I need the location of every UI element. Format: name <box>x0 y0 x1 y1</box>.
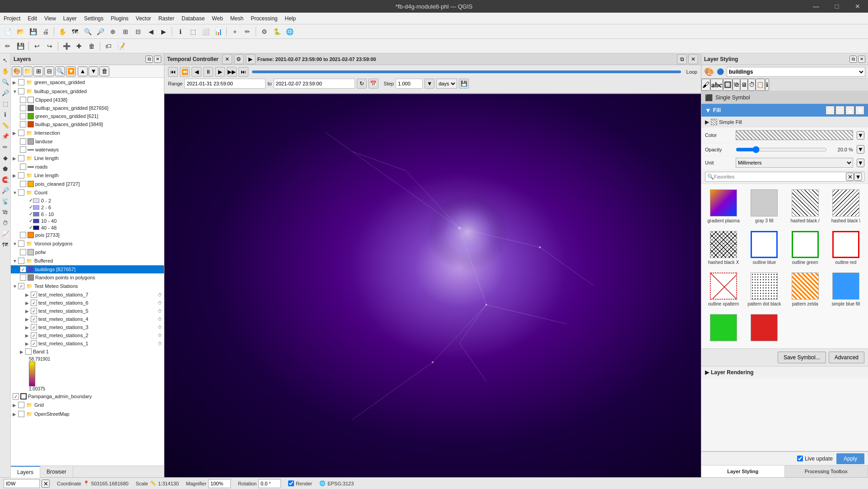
search-options-button[interactable]: ▼ <box>854 173 862 181</box>
layers-tab[interactable]: Layers <box>11 466 40 478</box>
symbol-gradient-plasma[interactable]: gradient plasma <box>705 188 742 226</box>
zoom-last-button[interactable]: ◀ <box>145 26 157 38</box>
layer-pois-2733[interactable]: pois [2733] <box>11 231 164 239</box>
symbol-hashed-x[interactable]: hashed black X <box>705 229 742 267</box>
layer-test-1[interactable]: ▶ ✓ test_meteo_stations_1 ⏱ <box>11 339 164 348</box>
step-back-button[interactable]: ⏪ <box>180 67 190 77</box>
zoom-in-icon[interactable]: 🔍 <box>0 77 10 87</box>
next-frame-button[interactable]: ▶▶ <box>227 67 237 77</box>
layer-test-6[interactable]: ▶ ✓ test_meteo_stations_6 ⏱ <box>11 299 164 307</box>
layer-group-intersection[interactable]: ▶ 📁 Intersection <box>11 128 164 137</box>
menu-view[interactable]: View <box>41 14 60 23</box>
rendering-button[interactable]: 🖥 <box>740 79 748 91</box>
masks-button[interactable]: 🔲 <box>723 79 733 91</box>
plugins-button[interactable]: 🌐 <box>284 26 295 38</box>
layer-checkbox[interactable] <box>18 88 24 94</box>
map-canvas-area[interactable] <box>164 94 701 477</box>
layer-checkbox[interactable]: ✓ <box>31 308 37 314</box>
layer-checkbox[interactable]: ✓ <box>31 332 37 339</box>
layer-group-buffered[interactable]: ▼ 📁 Buffered <box>11 256 164 265</box>
skip-forward-button[interactable]: ⏭ <box>238 67 248 77</box>
labels-button[interactable]: 𝐚𝐛𝐜 <box>710 79 723 91</box>
layer-group-green-spaces[interactable]: ▶ 📁 green_spaces_gridded <box>11 78 164 87</box>
expand-all-button[interactable]: ⊞ <box>33 66 43 76</box>
color-options-button[interactable]: ▼ <box>857 131 864 140</box>
collapse-all-button[interactable]: ⊟ <box>44 66 54 76</box>
layer-checkbox[interactable] <box>20 181 26 187</box>
layer-checkbox[interactable] <box>18 189 24 196</box>
open-table-button[interactable]: 📊 <box>212 26 224 38</box>
save-edits-button[interactable]: 💾 <box>14 40 26 52</box>
symbol-dot-black[interactable]: pattern dot black <box>746 271 783 309</box>
layer-pois-cleaned[interactable]: pois_cleaned [2727] <box>11 180 164 188</box>
temporal-close-button[interactable]: ✕ <box>222 54 232 64</box>
menu-help[interactable]: Help <box>281 14 300 23</box>
layers-panel-float-button[interactable]: ⧉ <box>145 56 153 63</box>
layer-checkbox[interactable] <box>20 97 26 103</box>
layer-test-4[interactable]: ▶ ✓ test_meteo_stations_4 ⏱ <box>11 315 164 323</box>
edit-icon[interactable]: ✏ <box>0 142 10 152</box>
save-symbol-button[interactable]: Save Symbol... <box>778 352 826 363</box>
unit-select[interactable]: Millimeters <box>736 158 853 168</box>
layer-checkbox[interactable]: ✓ <box>29 211 33 217</box>
mapview-icon[interactable]: 🗺 <box>0 240 10 249</box>
temporal-button[interactable]: ⏱ <box>748 79 756 91</box>
favorites-search-input[interactable] <box>714 174 846 179</box>
close-button[interactable]: ✕ <box>847 0 868 13</box>
layer-test-3[interactable]: ▶ ✓ test_meteo_stations_3 ⏱ <box>11 323 164 331</box>
add-layer-button[interactable]: + <box>229 26 241 38</box>
open-project-button[interactable]: 📂 <box>14 26 26 38</box>
layer-checkbox[interactable]: ✓ <box>18 283 24 289</box>
advanced-button[interactable]: Advanced <box>829 352 864 363</box>
range-calendar-button[interactable]: 📅 <box>369 79 378 89</box>
prev-frame-button[interactable]: ◀ <box>191 67 201 77</box>
count-6-10[interactable]: ✓ 6 - 10 <box>11 211 164 217</box>
temporal-settings-button[interactable]: ⚙ <box>234 54 244 64</box>
menu-web[interactable]: Web <box>208 14 226 23</box>
fill-up-button[interactable]: ▲ <box>845 106 854 115</box>
search-field[interactable] <box>4 479 40 488</box>
layer-pampanga[interactable]: ✓ Pampanga_admin_boundary <box>11 392 164 400</box>
layer-builtup-3849[interactable]: builtup_spaces_gridded [3849] <box>11 120 164 128</box>
python-button[interactable]: 🐍 <box>271 26 283 38</box>
fill-remove-button[interactable]: - <box>835 106 845 115</box>
save-project-button[interactable]: 💾 <box>27 26 39 38</box>
styling-close-button[interactable]: ✕ <box>858 56 865 63</box>
symbol-gray-fill[interactable]: gray 3 fill <box>746 188 783 226</box>
layer-landuse[interactable]: landuse <box>11 137 164 146</box>
layer-group-line-length-1[interactable]: ▶ 📁 Line length <box>11 154 164 163</box>
count-0-2[interactable]: ✓ 0 - 2 <box>11 197 164 204</box>
save-as-button[interactable]: 🖨 <box>40 26 51 38</box>
properties-button[interactable]: 🖌 <box>701 79 710 91</box>
range-from-input[interactable] <box>184 79 266 89</box>
live-update-checkbox[interactable] <box>797 456 803 461</box>
symbol-outline-red[interactable]: outline red <box>827 229 864 267</box>
symbol-hashed-backslash[interactable]: hashed black \ <box>827 188 864 226</box>
layer-checkbox[interactable] <box>20 274 26 281</box>
count-40-48[interactable]: ✓ 40 - 48 <box>11 224 164 231</box>
layer-checkbox[interactable]: ✓ <box>29 218 33 224</box>
map-area[interactable]: Temporal Controller ✕ ⚙ ▶ Frame: 2021-02… <box>164 53 701 477</box>
delete-feature-button[interactable]: 🗑 <box>86 40 98 52</box>
fill-header[interactable]: ▼ Fill + - ▲ ▼ <box>701 104 868 117</box>
identify-button[interactable]: ℹ <box>174 26 186 38</box>
fill-add-button[interactable]: + <box>826 106 835 115</box>
layer-group-grid[interactable]: ▶ 📁 Grid <box>11 400 164 409</box>
zoom-out-icon[interactable]: 🔎 <box>0 88 10 98</box>
layer-builtup-827656[interactable]: builtup_spaces_gridded [827656] <box>11 104 164 112</box>
browser-tab[interactable]: Browser <box>40 466 73 478</box>
symbol-outline-green[interactable]: outline green <box>787 229 824 267</box>
vertex-icon[interactable]: ◆ <box>0 153 10 163</box>
redo-button[interactable]: ↪ <box>44 40 56 52</box>
layer-checkbox[interactable]: ✓ <box>29 204 33 210</box>
menu-settings[interactable]: Settings <box>80 14 107 23</box>
layer-checkbox[interactable]: ✓ <box>13 393 19 400</box>
layer-checkbox[interactable] <box>20 113 26 119</box>
layer-checkbox[interactable] <box>18 240 24 247</box>
layer-buildings[interactable]: ✓ buildings [827657] <box>11 265 164 273</box>
layer-group-line-length-2[interactable]: ▶ 📁 Line length <box>11 171 164 180</box>
layer-checkbox[interactable] <box>18 411 24 417</box>
count-2-6[interactable]: ✓ 2 - 6 <box>11 204 164 211</box>
symbol-outline-x[interactable]: outline xpattern <box>705 271 742 309</box>
layer-rendering-section[interactable]: ▶ Layer Rendering <box>701 366 868 378</box>
